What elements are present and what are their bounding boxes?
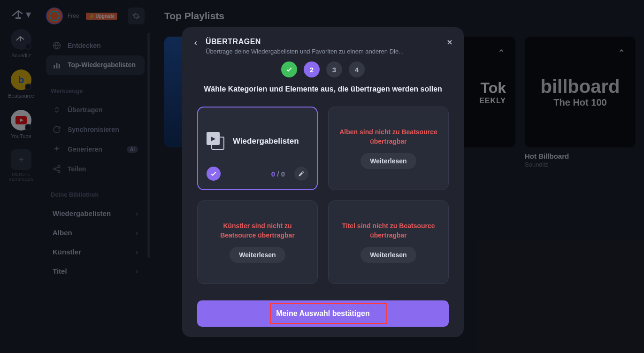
tile-edit[interactable] (294, 167, 308, 181)
tile-artists: Künstler sind nicht zu Beatsource übertr… (197, 200, 318, 284)
check-icon (285, 66, 293, 73)
step-2: 2 (304, 61, 320, 77)
tile-playlists[interactable]: ▶ Wiedergabelisten 0 / 0 (197, 107, 318, 190)
playlist-stack-icon: ▶ (207, 132, 225, 151)
modal-subtitle: Übertrage deine Wiedergabelisten und Fav… (206, 48, 439, 55)
tile-check[interactable] (207, 167, 221, 181)
tile-warning: Künstler sind nicht zu Beatsource übertr… (206, 222, 309, 240)
step-4: 4 (349, 61, 365, 77)
pencil-icon (298, 170, 305, 177)
step-indicator: 2 3 4 (192, 61, 453, 77)
chevron-left-icon (192, 38, 199, 48)
check-icon (210, 170, 217, 177)
close-button[interactable] (446, 38, 453, 46)
tile-warning: Alben sind nicht zu Beatsource übertragb… (337, 128, 440, 146)
transfer-modal: ÜBERTRAGEN Übertrage deine Wiedergabelis… (182, 27, 464, 337)
read-more-button[interactable]: Weiterlesen (360, 247, 416, 263)
confirm-selection-button[interactable]: Meine Auswahl bestätigen (197, 300, 449, 327)
modal-title: ÜBERTRAGEN (206, 38, 439, 46)
tile-label: Wiedergabelisten (233, 137, 299, 146)
tile-warning: Titel sind nicht zu Beatsource übertragb… (337, 222, 440, 240)
confirm-label: Meine Auswahl bestätigen (276, 309, 369, 317)
tile-tracks: Titel sind nicht zu Beatsource übertragb… (328, 200, 449, 284)
step-1 (281, 61, 297, 77)
close-icon (446, 38, 453, 46)
read-more-button[interactable]: Weiterlesen (360, 153, 416, 169)
read-more-button[interactable]: Weiterlesen (230, 247, 285, 263)
modal-instruction: Wähle Kategorien und Elemente aus, die ü… (192, 85, 453, 93)
step-3: 3 (326, 61, 342, 77)
tile-count: 0 / 0 (271, 170, 285, 178)
back-button[interactable] (192, 38, 199, 48)
tile-albums: Alben sind nicht zu Beatsource übertragb… (328, 107, 449, 190)
